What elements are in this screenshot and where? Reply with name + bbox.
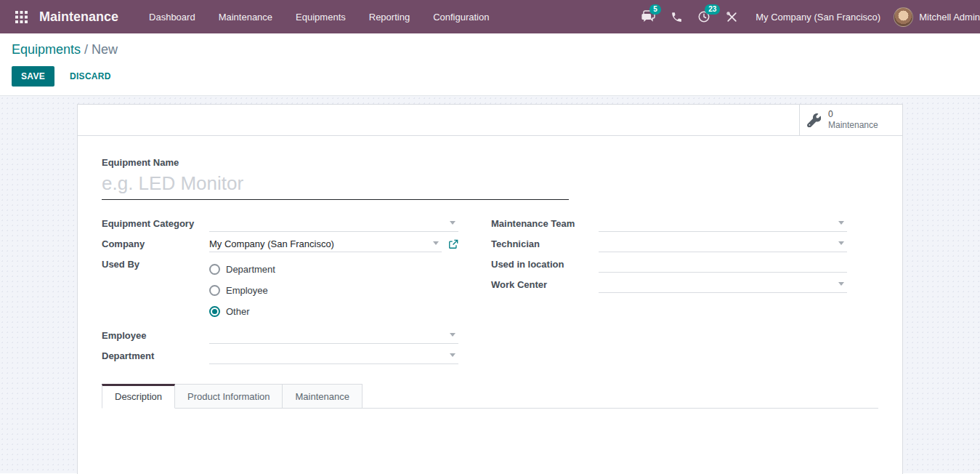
app-name[interactable]: Maintenance xyxy=(39,9,118,25)
company-label: Company xyxy=(102,236,209,249)
technician-row: Technician xyxy=(491,236,847,257)
used-by-radio-group: Department Employee Other xyxy=(209,257,275,322)
department-field[interactable] xyxy=(209,348,458,364)
work-center-label: Work Center xyxy=(491,277,599,290)
chevron-down-icon xyxy=(838,282,844,286)
used-by-option-employee[interactable]: Employee xyxy=(209,280,275,301)
employee-field[interactable] xyxy=(209,328,458,344)
radio-other[interactable] xyxy=(209,306,220,317)
grid-icon xyxy=(15,11,28,23)
menu-maintenance[interactable]: Maintenance xyxy=(207,0,284,33)
used-by-row: Used By Department Employee xyxy=(102,257,458,322)
wrench-screwdriver-icon xyxy=(726,11,738,23)
save-button[interactable]: SAVE xyxy=(12,66,54,87)
radio-department[interactable] xyxy=(209,264,220,275)
description-tab-content[interactable] xyxy=(78,409,902,474)
phone-icon xyxy=(671,11,683,23)
menu-reporting[interactable]: Reporting xyxy=(357,0,421,33)
used-in-location-row: Used in location xyxy=(491,257,847,277)
equipment-form-card: 0 Maintenance Equipment Name Equipment C… xyxy=(77,104,903,474)
equipment-name-group: Equipment Name xyxy=(102,157,878,200)
chevron-down-icon xyxy=(450,353,455,357)
used-by-option-department[interactable]: Department xyxy=(209,259,275,280)
form-sheet: Equipment Name Equipment Category xyxy=(78,136,902,409)
tab-maintenance[interactable]: Maintenance xyxy=(283,384,362,409)
tools-button[interactable] xyxy=(718,0,745,33)
tab-description[interactable]: Description xyxy=(102,384,175,409)
top-navbar: Maintenance Dashboard Maintenance Equipm… xyxy=(0,0,980,33)
maintenance-label: Maintenance xyxy=(828,120,878,131)
technician-label: Technician xyxy=(491,236,599,249)
chevron-down-icon xyxy=(838,221,844,225)
work-center-field[interactable] xyxy=(599,277,847,293)
company-row: Company My Company (San Francisco) xyxy=(102,236,458,257)
apps-menu-icon[interactable] xyxy=(9,0,33,33)
user-menu[interactable]: Mitchell Admin xyxy=(894,7,980,27)
company-field[interactable]: My Company (San Francisco) xyxy=(209,236,442,252)
maintenance-team-row: Maintenance Team xyxy=(491,216,847,236)
external-link-icon xyxy=(448,239,458,249)
breadcrumb: Equipments / New xyxy=(12,42,968,57)
equipment-category-label: Equipment Category xyxy=(102,216,209,229)
breadcrumb-equipments-link[interactable]: Equipments xyxy=(12,42,81,57)
phone-button[interactable] xyxy=(663,0,690,33)
company-value: My Company (San Francisco) xyxy=(209,238,334,249)
tab-product-information[interactable]: Product Information xyxy=(175,384,283,409)
technician-field[interactable] xyxy=(599,236,847,252)
equipment-category-field[interactable] xyxy=(209,216,458,232)
right-column: Maintenance Team Technician xyxy=(491,216,847,297)
employee-label: Employee xyxy=(102,328,209,341)
breadcrumb-current: New xyxy=(92,42,118,57)
employee-row: Employee xyxy=(102,328,458,348)
breadcrumb-separator: / xyxy=(84,42,88,57)
user-avatar xyxy=(894,7,913,27)
used-by-option-other[interactable]: Other xyxy=(209,301,275,322)
menu-configuration[interactable]: Configuration xyxy=(421,0,501,33)
used-in-location-field[interactable] xyxy=(599,257,847,273)
menu-dashboard[interactable]: Dashboard xyxy=(137,0,207,33)
messages-badge: 5 xyxy=(649,4,661,15)
equipment-name-input[interactable] xyxy=(102,171,569,200)
chevron-down-icon xyxy=(433,241,439,245)
notebook-tabs: Description Product Information Maintena… xyxy=(102,384,878,409)
messages-button[interactable]: 5 xyxy=(635,0,663,33)
company-external-link-button[interactable] xyxy=(448,239,458,249)
user-name: Mitchell Admin xyxy=(919,12,980,23)
used-in-location-label: Used in location xyxy=(491,257,599,270)
chevron-down-icon xyxy=(838,241,844,245)
menu-equipments[interactable]: Equipments xyxy=(284,0,357,33)
maintenance-team-field[interactable] xyxy=(599,216,847,232)
work-center-row: Work Center xyxy=(491,277,847,297)
maintenance-smart-button[interactable]: 0 Maintenance xyxy=(799,105,902,135)
maintenance-count: 0 xyxy=(828,109,878,120)
equipment-category-row: Equipment Category xyxy=(102,216,458,236)
radio-employee[interactable] xyxy=(209,285,220,296)
chevron-down-icon xyxy=(450,221,455,225)
content-background: 0 Maintenance Equipment Name Equipment C… xyxy=(0,96,980,473)
chevron-down-icon xyxy=(450,333,455,337)
maintenance-team-label: Maintenance Team xyxy=(491,216,599,229)
form-header-strip: 0 Maintenance xyxy=(78,105,902,136)
department-row: Department xyxy=(102,348,458,369)
left-column: Equipment Category Company My C xyxy=(102,216,458,369)
discard-button[interactable]: DISCARD xyxy=(60,66,121,87)
navbar-right: 5 23 My Company (San Francisco) Mitchell… xyxy=(635,0,980,33)
form-action-buttons: SAVE DISCARD xyxy=(12,66,968,87)
wrench-icon xyxy=(807,113,821,127)
main-menu: Dashboard Maintenance Equipments Reporti… xyxy=(137,0,501,33)
field-grid: Equipment Category Company My C xyxy=(102,216,878,369)
equipment-name-label: Equipment Name xyxy=(102,157,878,168)
control-panel: Equipments / New SAVE DISCARD xyxy=(0,33,980,96)
activities-button[interactable]: 23 xyxy=(690,0,718,33)
used-by-label: Used By xyxy=(102,257,209,270)
company-switcher[interactable]: My Company (San Francisco) xyxy=(756,12,880,23)
department-label: Department xyxy=(102,348,209,361)
